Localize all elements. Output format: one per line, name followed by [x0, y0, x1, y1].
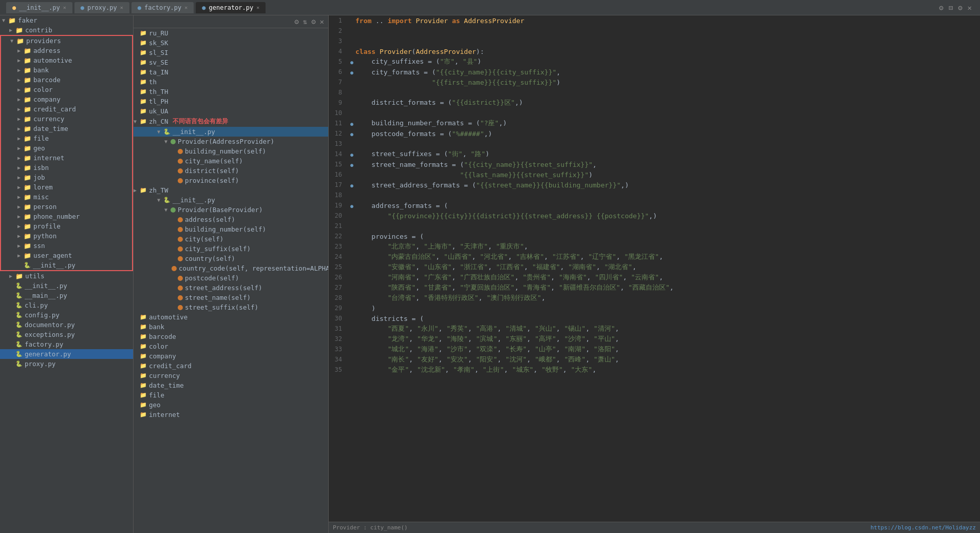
- tree-item-utils[interactable]: ▶ 📁 utils: [0, 271, 133, 281]
- code-line-32: 32 "龙湾", "华龙", "海陵", "滨城", "东丽", "高坪", "…: [329, 334, 980, 344]
- struct-method-postcode[interactable]: postcode(self): [134, 273, 328, 283]
- struct-method-street-name[interactable]: street_name(self): [134, 293, 328, 302]
- gear-icon[interactable]: ⚙: [958, 4, 962, 12]
- tree-item-color[interactable]: ▶ 📁 color: [1, 85, 132, 94]
- folder-icon-tl: 📁: [140, 98, 147, 105]
- struct-item-currency-bottom[interactable]: 📁 currency: [134, 371, 328, 380]
- struct-item-zh-tw-init[interactable]: ▼ 🐍 __init__.py: [134, 195, 328, 205]
- gear-icon-mid[interactable]: ⚙: [311, 17, 315, 26]
- tree-item-user-agent[interactable]: ▶ 📁 user_agent: [1, 251, 132, 260]
- tree-item-phone-number[interactable]: ▶ 📁 phone_number: [1, 212, 132, 221]
- sort-icon[interactable]: ⇅: [303, 17, 307, 26]
- tree-item-exceptions-py[interactable]: ▶ 🐍 exceptions.py: [0, 330, 133, 339]
- folder-icon-company: 📁: [24, 96, 31, 103]
- struct-method-building-number[interactable]: building_number(self): [134, 146, 328, 156]
- tree-item-python[interactable]: ▶ 📁 python: [1, 231, 132, 241]
- struct-method-address[interactable]: address(self): [134, 215, 328, 224]
- tree-item-address[interactable]: ▶ 📁 address: [1, 46, 132, 55]
- tree-item-misc[interactable]: ▶ 📁 misc: [1, 192, 132, 202]
- struct-method-city[interactable]: city(self): [134, 234, 328, 244]
- tree-item-providers-init[interactable]: ▶ 🐍 __init__.py: [1, 260, 132, 270]
- tab-close-icon[interactable]: ✕: [63, 5, 66, 10]
- struct-item-ta-in[interactable]: 📁 ta_IN: [134, 67, 328, 77]
- settings-icon-mid[interactable]: ⚙: [294, 17, 298, 26]
- tree-item-profile[interactable]: ▶ 📁 profile: [1, 221, 132, 231]
- tree-item-cli-py[interactable]: ▶ 🐍 cli.py: [0, 300, 133, 310]
- tab-init-py[interactable]: ● __init__.py ✕: [6, 2, 72, 13]
- struct-method-district[interactable]: district(self): [134, 166, 328, 176]
- struct-method-city-name[interactable]: city_name(self): [134, 156, 328, 166]
- struct-item-credit-card-bottom[interactable]: 📁 credit_card: [134, 361, 328, 371]
- tab-proxy-py[interactable]: ● proxy.py ✕: [74, 2, 129, 13]
- close-icon-mid[interactable]: ✕: [320, 17, 324, 26]
- tree-item-faker[interactable]: ▼ 📁 faker: [0, 15, 133, 25]
- tree-label-factory-py: factory.py: [25, 340, 63, 348]
- struct-item-sl-si[interactable]: 📁 sl_SI: [134, 48, 328, 58]
- struct-item-zh-tw[interactable]: ▶ 📁 zh_TW: [134, 185, 328, 195]
- tab-factory-py[interactable]: ● factory.py ✕: [131, 2, 194, 13]
- struct-method-city-suffix[interactable]: city_suffix(self): [134, 244, 328, 254]
- struct-item-zh-cn[interactable]: ▼ 📁 zh_CN 不同语言包会有差异: [134, 116, 328, 127]
- tree-item-proxy-py[interactable]: ▶ 🐍 proxy.py: [0, 359, 133, 369]
- struct-item-internet-bottom[interactable]: 📁 internet: [134, 410, 328, 420]
- tree-item-date-time[interactable]: ▶ 📁 date_time: [1, 124, 132, 134]
- struct-method-country[interactable]: country(self): [134, 254, 328, 263]
- tree-item-internet[interactable]: ▶ 📁 internet: [1, 153, 132, 163]
- struct-item-bank-bottom[interactable]: 📁 bank: [134, 322, 328, 332]
- tree-item-file[interactable]: ▶ 📁 file: [1, 134, 132, 143]
- struct-method-building-number2[interactable]: building_number(self): [134, 224, 328, 234]
- tree-item-isbn[interactable]: ▶ 📁 isbn: [1, 163, 132, 173]
- struct-item-color-bottom[interactable]: 📁 color: [134, 341, 328, 351]
- struct-item-sk-sk[interactable]: 📁 sk_SK: [134, 38, 328, 48]
- tab-close-icon-2[interactable]: ✕: [120, 5, 123, 10]
- struct-item-zh-cn-init[interactable]: ▼ 🐍 __init__.py: [134, 127, 328, 137]
- struct-item-barcode-bottom[interactable]: 📁 barcode: [134, 332, 328, 341]
- tree-item-currency[interactable]: ▶ 📁 currency: [1, 114, 132, 124]
- struct-item-company-bottom[interactable]: 📁 company: [134, 351, 328, 361]
- folder-icon-phone-number: 📁: [24, 213, 31, 220]
- struct-item-th-th[interactable]: 📁 th_TH: [134, 87, 328, 97]
- tree-item-job[interactable]: ▶ 📁 job: [1, 173, 132, 182]
- tree-item-barcode[interactable]: ▶ 📁 barcode: [1, 75, 132, 85]
- tree-label-user-agent: user_agent: [33, 252, 72, 259]
- tree-item-automotive[interactable]: ▶ 📁 automotive: [1, 55, 132, 65]
- tree-item-contrib[interactable]: ▶ 📁 contrib: [0, 25, 133, 35]
- struct-item-automotive[interactable]: 📁 automotive: [134, 312, 328, 322]
- tree-item-init-py[interactable]: ▶ 🐍 __init__.py: [0, 281, 133, 291]
- tree-item-factory-py[interactable]: ▶ 🐍 factory.py: [0, 339, 133, 349]
- struct-item-tl-ph[interactable]: 📁 tl_PH: [134, 97, 328, 106]
- tree-item-person[interactable]: ▶ 📁 person: [1, 202, 132, 212]
- tree-item-config-py[interactable]: ▶ 🐍 config.py: [0, 310, 133, 320]
- struct-item-sv-se[interactable]: 📁 sv_SE: [134, 58, 328, 67]
- settings-icon[interactable]: ⚙: [939, 4, 943, 12]
- struct-item-date-time-bottom[interactable]: 📁 date_time: [134, 380, 328, 390]
- tab-close-icon-3[interactable]: ✕: [184, 5, 187, 10]
- struct-method-country-code[interactable]: country_code(self, representation=ALPHA_…: [134, 263, 328, 273]
- tree-item-company[interactable]: ▶ 📁 company: [1, 94, 132, 104]
- struct-item-provider-base[interactable]: ▼ Provider(BaseProvider): [134, 205, 328, 215]
- tree-item-lorem[interactable]: ▶ 📁 lorem: [1, 182, 132, 192]
- tree-item-providers[interactable]: ▼ 📁 providers: [1, 36, 132, 46]
- struct-method-province[interactable]: province(self): [134, 176, 328, 185]
- tree-item-ssn[interactable]: ▶ 📁 ssn: [1, 241, 132, 251]
- tree-item-documentor-py[interactable]: ▶ 🐍 documentor.py: [0, 320, 133, 330]
- struct-item-provider-address[interactable]: ▼ Provider(AddressProvider): [134, 137, 328, 146]
- close-icon[interactable]: ✕: [968, 4, 972, 12]
- struct-method-street-suffix[interactable]: street_suffix(self): [134, 302, 328, 312]
- tab-generator-py[interactable]: ● generator.py ✕: [196, 2, 266, 13]
- struct-item-file-bottom[interactable]: 📁 file: [134, 390, 328, 400]
- tree-item-generator-py[interactable]: ▶ 🐍 generator.py: [0, 349, 133, 359]
- code-scroll[interactable]: 1 from .. import Provider as AddressProv…: [329, 15, 980, 522]
- split-icon[interactable]: ⊟: [949, 4, 953, 12]
- struct-item-geo-bottom[interactable]: 📁 geo: [134, 400, 328, 410]
- tree-item-main-py[interactable]: ▶ 🐍 __main__.py: [0, 291, 133, 300]
- struct-item-uk-ua[interactable]: 📁 uk_UA: [134, 106, 328, 116]
- tree-item-credit-card[interactable]: ▶ 📁 credit_card: [1, 104, 132, 114]
- tab-close-icon-4[interactable]: ✕: [256, 5, 259, 10]
- struct-item-ru-ru[interactable]: 📁 ru_RU: [134, 28, 328, 38]
- tree-item-geo[interactable]: ▶ 📁 geo: [1, 143, 132, 153]
- tree-item-bank[interactable]: ▶ 📁 bank: [1, 65, 132, 75]
- struct-item-th[interactable]: 📁 th: [134, 77, 328, 87]
- tree-label-bank: bank: [33, 66, 49, 74]
- struct-method-street-address[interactable]: street_address(self): [134, 283, 328, 293]
